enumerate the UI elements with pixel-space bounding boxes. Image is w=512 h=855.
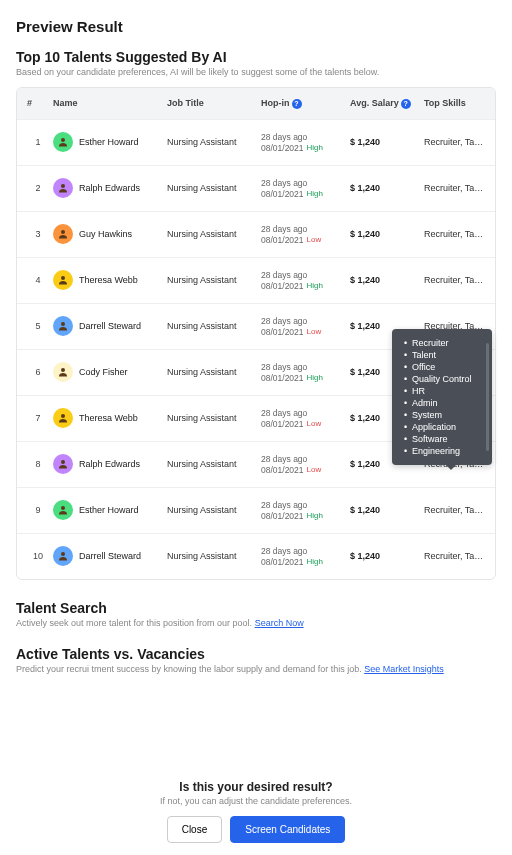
avatar — [53, 546, 73, 566]
job-title: Nursing Assistant — [167, 459, 257, 469]
candidate-name: Darrell Steward — [79, 551, 141, 561]
hopin-date: 08/01/2021 High — [261, 281, 346, 291]
row-num: 9 — [27, 505, 49, 515]
job-title: Nursing Assistant — [167, 367, 257, 377]
table-row[interactable]: 2 Ralph Edwards Nursing Assistant 28 day… — [17, 165, 495, 211]
skills: Recruiter, Talent, Offi... — [424, 229, 485, 239]
name-cell: Ralph Edwards — [53, 178, 163, 198]
candidate-name: Theresa Webb — [79, 413, 138, 423]
skills: Recruiter, Talent, Offi... — [424, 137, 485, 147]
col-job: Job Title — [167, 98, 257, 108]
tooltip-item: System — [412, 409, 482, 421]
table-row[interactable]: 1 Esther Howard Nursing Assistant 28 day… — [17, 119, 495, 165]
skills: Recruiter, Talent, Offi... — [424, 275, 485, 285]
row-num: 5 — [27, 321, 49, 331]
hopin-days: 28 days ago — [261, 316, 346, 326]
table-row[interactable]: 4 Theresa Webb Nursing Assistant 28 days… — [17, 257, 495, 303]
tooltip-item: Office — [412, 361, 482, 373]
hopin-date: 08/01/2021 High — [261, 557, 346, 567]
hopin-days: 28 days ago — [261, 408, 346, 418]
svg-point-4 — [61, 322, 65, 326]
hopin-days: 28 days ago — [261, 178, 346, 188]
table-row[interactable]: 3 Guy Hawkins Nursing Assistant 28 days … — [17, 211, 495, 257]
name-cell: Darrell Steward — [53, 316, 163, 336]
footer-title: Is this your desired result? — [0, 780, 512, 794]
candidate-name: Esther Howard — [79, 137, 139, 147]
hopin-days: 28 days ago — [261, 546, 346, 556]
hopin-cell: 28 days ago 08/01/2021 Low — [261, 454, 346, 475]
salary: $ 1,240 — [350, 551, 420, 561]
name-cell: Esther Howard — [53, 132, 163, 152]
hopin-tag: High — [307, 511, 323, 520]
hopin-cell: 28 days ago 08/01/2021 High — [261, 270, 346, 291]
talent-search-title: Talent Search — [16, 600, 496, 616]
svg-point-8 — [61, 506, 65, 510]
job-title: Nursing Assistant — [167, 183, 257, 193]
row-num: 4 — [27, 275, 49, 285]
job-title: Nursing Assistant — [167, 505, 257, 515]
svg-point-6 — [61, 414, 65, 418]
col-hopin: Hop-in? — [261, 98, 346, 109]
hopin-days: 28 days ago — [261, 454, 346, 464]
active-talents-text: Predict your recrui tment success by kno… — [16, 664, 496, 674]
tooltip-item: Admin — [412, 397, 482, 409]
hopin-date: 08/01/2021 Low — [261, 465, 346, 475]
salary: $ 1,240 — [350, 275, 420, 285]
name-cell: Guy Hawkins — [53, 224, 163, 244]
hopin-tag: High — [307, 143, 323, 152]
tooltip-item: Recruiter — [412, 337, 482, 349]
page-title: Preview Result — [16, 18, 496, 35]
skills: Recruiter, Talent, Offi... — [424, 551, 485, 561]
hopin-cell: 28 days ago 08/01/2021 High — [261, 500, 346, 521]
hopin-tag: Low — [307, 419, 322, 428]
hopin-tag: Low — [307, 235, 322, 244]
svg-point-7 — [61, 460, 65, 464]
hopin-cell: 28 days ago 08/01/2021 Low — [261, 408, 346, 429]
avatar — [53, 178, 73, 198]
table-row[interactable]: 10 Darrell Steward Nursing Assistant 28 … — [17, 533, 495, 579]
search-now-link[interactable]: Search Now — [255, 618, 304, 628]
hopin-days: 28 days ago — [261, 224, 346, 234]
row-num: 6 — [27, 367, 49, 377]
svg-point-3 — [61, 276, 65, 280]
row-num: 2 — [27, 183, 49, 193]
hopin-cell: 28 days ago 08/01/2021 Low — [261, 316, 346, 337]
skills-tooltip: RecruiterTalentOfficeQuality ControlHRAd… — [392, 329, 492, 465]
hopin-date: 08/01/2021 High — [261, 373, 346, 383]
col-num: # — [27, 98, 49, 108]
hopin-date: 08/01/2021 High — [261, 189, 346, 199]
name-cell: Darrell Steward — [53, 546, 163, 566]
info-icon[interactable]: ? — [401, 99, 411, 109]
row-num: 10 — [27, 551, 49, 561]
candidate-name: Theresa Webb — [79, 275, 138, 285]
table-row[interactable]: 9 Esther Howard Nursing Assistant 28 day… — [17, 487, 495, 533]
avatar — [53, 454, 73, 474]
svg-point-5 — [61, 368, 65, 372]
job-title: Nursing Assistant — [167, 321, 257, 331]
hopin-cell: 28 days ago 08/01/2021 High — [261, 362, 346, 383]
active-talents-title: Active Talents vs. Vacancies — [16, 646, 496, 662]
job-title: Nursing Assistant — [167, 413, 257, 423]
hopin-date: 08/01/2021 Low — [261, 419, 346, 429]
hopin-tag: High — [307, 557, 323, 566]
screen-candidates-button[interactable]: Screen Candidates — [230, 816, 345, 843]
info-icon[interactable]: ? — [292, 99, 302, 109]
avatar — [53, 316, 73, 336]
name-cell: Theresa Webb — [53, 270, 163, 290]
top-talents-subtitle: Based on your candidate preferences, AI … — [16, 67, 496, 77]
name-cell: Esther Howard — [53, 500, 163, 520]
tooltip-scrollbar[interactable] — [486, 343, 489, 451]
name-cell: Cody Fisher — [53, 362, 163, 382]
svg-point-9 — [61, 552, 65, 556]
tooltip-item: Software — [412, 433, 482, 445]
svg-point-2 — [61, 230, 65, 234]
col-salary: Avg. Salary? — [350, 98, 420, 109]
candidate-name: Cody Fisher — [79, 367, 128, 377]
close-button[interactable]: Close — [167, 816, 223, 843]
tooltip-item: Talent — [412, 349, 482, 361]
hopin-date: 08/01/2021 Low — [261, 327, 346, 337]
footer: Is this your desired result? If not, you… — [0, 780, 512, 843]
job-title: Nursing Assistant — [167, 275, 257, 285]
market-insights-link[interactable]: See Market Insights — [364, 664, 444, 674]
hopin-days: 28 days ago — [261, 500, 346, 510]
